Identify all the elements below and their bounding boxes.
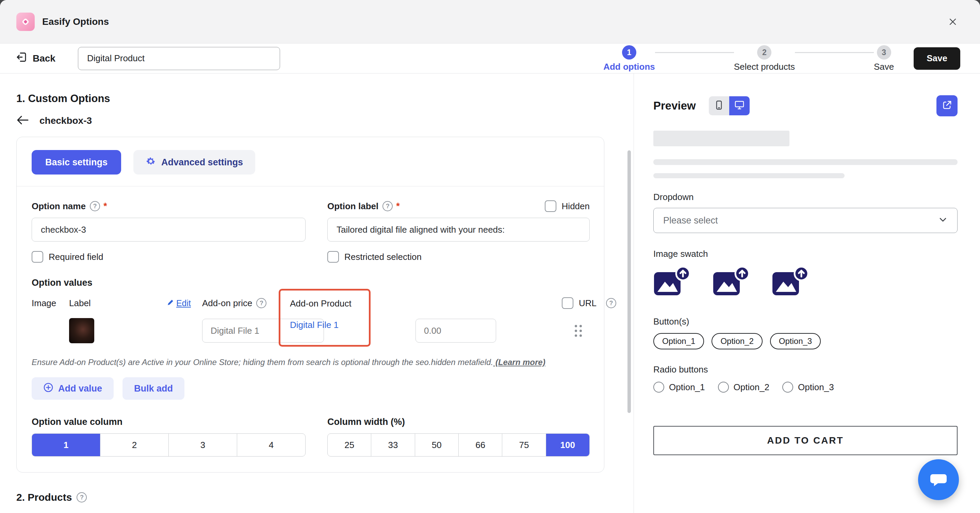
edit-labels-link[interactable]: Edit [167,299,191,308]
tab-advanced-label: Advanced settings [161,157,243,168]
custom-options-title: 1. Custom Options [16,92,619,105]
width-100[interactable]: 100 [546,434,589,456]
help-icon[interactable]: ? [606,298,616,308]
image-swatch-row [653,265,958,300]
external-link-icon [942,100,953,112]
help-icon[interactable]: ? [382,201,393,211]
scrollbar-thumb[interactable] [627,150,631,413]
divider [17,186,604,186]
option-label-field: Option label ? * Hidden [327,199,590,263]
option-name-label: Option name [32,201,86,211]
step-1-label: Add options [603,62,655,72]
value-column-1[interactable]: 1 [32,434,100,456]
learn-more-link[interactable]: (Learn more) [493,357,545,367]
hidden-label: Hidden [562,201,590,211]
option-name-field: Option name ? * Required field [32,199,305,263]
chevron-down-icon [938,215,948,226]
required-field-label: Required field [49,252,103,262]
tab-advanced-settings[interactable]: Advanced settings [134,150,255,175]
preview-radio-option-1[interactable]: Option_1 [653,382,705,392]
open-preview-window-button[interactable] [937,95,958,116]
skeleton-bar [653,159,958,165]
radio-circle[interactable] [718,382,729,392]
close-icon[interactable] [945,14,960,29]
chat-widget-button[interactable] [918,459,959,500]
plus-circle-icon [43,382,53,395]
image-upload-swatch-icon[interactable] [772,265,810,300]
step-save[interactable]: 3 Save [874,45,894,72]
option-pill-1[interactable]: Option_1 [653,333,704,349]
add-to-cart-button[interactable]: ADD TO CART [653,426,958,455]
option-values-heading: Option values [32,278,589,288]
column-width-heading: Column width (%) [327,417,590,427]
bulk-add-button[interactable]: Bulk add [123,377,185,400]
add-value-button[interactable]: Add value [32,377,114,400]
width-66[interactable]: 66 [458,434,502,456]
option-pill-2[interactable]: Option_2 [711,333,762,349]
value-column-3[interactable]: 3 [169,434,237,456]
mobile-icon [714,100,724,111]
image-upload-swatch-icon[interactable] [713,265,751,300]
width-75[interactable]: 75 [502,434,546,456]
url-checkbox[interactable] [562,297,573,309]
step-add-options[interactable]: 1 Add options [603,45,655,72]
tab-basic-settings[interactable]: Basic settings [32,150,121,175]
wizard-stepper: 1 Add options 2 Select products 3 Save [603,44,894,72]
step-select-products[interactable]: 2 Select products [734,45,795,72]
drag-handle-icon[interactable] [575,325,584,337]
addon-product-link[interactable]: Digital File 1 [290,320,362,330]
mobile-view-button[interactable] [709,96,729,115]
button-options-row: Option_1 Option_2 Option_3 [653,333,958,349]
desktop-icon [734,100,745,111]
preview-title: Preview [653,99,696,112]
app-title: Easify Options [42,16,109,27]
restricted-selection-checkbox[interactable] [327,251,339,263]
option-label-input[interactable] [327,218,590,241]
save-button[interactable]: Save [914,47,960,70]
addon-product-note: Ensure Add-on Product(s) are Active in y… [32,357,589,367]
exit-icon [16,51,27,65]
value-column-4[interactable]: 4 [237,434,305,456]
radio-circle[interactable] [653,382,664,392]
help-icon[interactable]: ? [256,298,266,308]
col-header-addon-product: Add-on Product [290,296,362,311]
value-price-input[interactable] [415,319,496,343]
option-name-input[interactable] [32,218,305,241]
preview-pane: Preview [633,73,980,513]
preview-dropdown[interactable]: Please select [653,208,958,233]
width-50[interactable]: 50 [415,434,458,456]
option-pill-3[interactable]: Option_3 [770,333,821,349]
col-header-price: Add-on price [202,298,252,308]
desktop-view-button[interactable] [729,96,749,115]
required-field-checkbox[interactable] [32,251,43,263]
radio-circle[interactable] [782,382,793,392]
help-icon[interactable]: ? [90,201,100,211]
back-arrow-icon[interactable] [16,115,29,127]
step-connector [655,52,734,53]
help-icon[interactable]: ? [76,492,87,502]
preview-radio-option-3[interactable]: Option_3 [782,382,834,392]
products-section-title: 2. Products ? [16,492,619,503]
value-column-2[interactable]: 2 [100,434,169,456]
width-33[interactable]: 33 [371,434,414,456]
image-upload-swatch-icon[interactable] [653,265,692,300]
preview-radio-option-2[interactable]: Option_2 [718,382,770,392]
preview-header: Preview [653,95,958,116]
hidden-checkbox-row[interactable]: Hidden [545,200,590,212]
option-set-name-input[interactable] [78,47,280,70]
value-actions: Add value Bulk add [32,377,589,400]
layout-settings: Option value column 1 2 3 4 Column width… [32,417,589,457]
back-label: Back [33,53,56,64]
easify-options-window: Easify Options Back 1 Add options 2 Sele… [0,0,980,513]
url-label: URL [579,298,597,308]
hidden-checkbox[interactable] [545,200,556,212]
back-button[interactable]: Back [16,51,56,65]
value-image-thumbnail[interactable] [69,318,94,343]
skeleton-bar [653,173,845,178]
step-2-label: Select products [734,62,795,72]
width-25[interactable]: 25 [328,434,371,456]
required-mark: * [103,201,107,211]
required-field-checkbox-row[interactable]: Required field [32,251,305,263]
preview-image-swatch-label: Image swatch [653,249,958,259]
restricted-selection-checkbox-row[interactable]: Restricted selection [327,251,590,263]
